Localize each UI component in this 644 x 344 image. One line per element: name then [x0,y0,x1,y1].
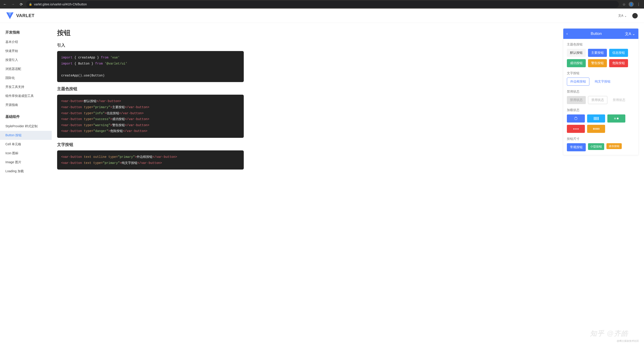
demo-button-success[interactable]: 成功按钮 [567,59,586,67]
demo-button-loading-dots[interactable] [567,125,585,133]
brand[interactable]: VARLET [6,12,35,19]
demo-button-small[interactable]: 小型按钮 [588,143,604,150]
group-label: 主题色按钮 [567,42,635,46]
lock-icon: 🔒 [29,3,32,6]
varlet-logo-icon [6,12,14,19]
preview-group-loading: 加载状态 [567,108,635,133]
bars-icon [594,117,598,120]
demo-button-loading-pulse[interactable] [607,114,625,122]
sidebar-item[interactable]: Icon 图标 [0,149,52,158]
demo-button-disabled-text: 禁用状态 [610,96,628,104]
chevron-down-icon: ⌄ [624,14,627,18]
sidebar-item[interactable]: Image 图片 [0,158,52,167]
profile-avatar[interactable]: 👤 [629,2,634,7]
bookmark-star-icon[interactable]: ☆ [622,2,626,6]
code-block-text: <var-button text outline type="primary">… [57,150,244,170]
preview-group-text: 文字按钮 外边框按钮 纯文字按钮 [567,71,635,86]
layout: 开发指南 基本介绍 快速开始 按需引入 浏览器适配 国际化 开发工具支持 组件库… [0,23,644,344]
github-icon[interactable] [632,13,638,18]
demo-button-normal[interactable]: 常规按钮 [567,143,586,151]
sidebar-item-button[interactable]: Button 按钮 [0,131,52,140]
app-header: VARLET 文A ⌄ [0,8,644,23]
spinner-icon [574,117,578,120]
section-text-title: 文字按钮 [57,142,244,147]
demo-button-loading-rect[interactable] [587,125,605,133]
translate-icon: 文A [625,31,631,36]
watermark-small: @稀土掘金技术社区 [617,339,639,343]
kebab-menu-icon[interactable]: ⋮ [637,2,640,6]
sidebar-item[interactable]: 浏览器适配 [0,64,52,74]
preview-back-icon[interactable]: ‹ [566,32,568,36]
translate-icon: 文A [618,14,623,18]
demo-button-warning[interactable]: 警告按钮 [588,59,607,67]
demo-button-loading-bars[interactable] [587,114,605,122]
sidebar-section-basic: 基础组件 [0,113,52,122]
sidebar-item[interactable]: 组件库快速成型工具 [0,92,52,100]
nav-forward-icon[interactable]: → [10,2,16,6]
rect-icon [593,128,599,130]
preview-pane: ‹ Button 文A ⌄ 主题色按钮 默认按钮 主要按钮 信息按钮 成功按钮 … [563,28,638,155]
preview-header: ‹ Button 文A ⌄ [563,28,638,39]
demo-button-primary[interactable]: 主要按钮 [588,49,607,57]
language-toggle[interactable]: 文A ⌄ [618,14,627,18]
demo-button-disabled-outline: 禁用状态 [588,96,607,104]
group-label: 加载状态 [567,108,635,112]
chrome-actions: ☆ 👤 ⋮ [620,2,642,7]
code-block-import: import { createApp } from 'vue' import {… [57,51,244,82]
watermark-large: 知乎 @齐皓 [590,329,628,338]
url-text: varlet.gitee.io/varlet-ui/#/zh-CN/button [34,2,87,6]
browser-chrome: ← → ⟳ 🔒 varlet.gitee.io/varlet-ui/#/zh-C… [0,0,644,8]
section-import-title: 引入 [57,42,244,48]
demo-button-outline[interactable]: 外边框按钮 [567,78,589,86]
preview-title: Button [591,32,602,36]
sidebar-item[interactable]: Cell 单元格 [0,140,52,149]
sidebar-section-guide: 开发指南 [0,28,52,38]
preview-group-theme: 主题色按钮 默认按钮 主要按钮 信息按钮 成功按钮 警告按钮 危险按钮 [567,42,635,67]
address-bar[interactable]: 🔒 varlet.gitee.io/varlet-ui/#/zh-CN/butt… [26,1,619,8]
sidebar-item[interactable]: StyleProvider 样式定制 [0,122,52,131]
code-block-theme: <var-button>默认按钮</var-button> <var-butto… [57,95,244,138]
chevron-down-icon: ⌄ [632,32,635,36]
sidebar-item[interactable]: Loading 加载 [0,167,52,176]
section-theme-title: 主题色按钮 [57,86,244,92]
nav-reload-icon[interactable]: ⟳ [18,2,24,6]
nav-back-icon[interactable]: ← [2,2,8,6]
demo-button-mini[interactable]: 迷你按钮 [606,143,622,149]
preview-group-size: 按钮尺寸 常规按钮 小型按钮 迷你按钮 [567,137,635,151]
demo-button-loading-spinner[interactable] [567,114,585,122]
preview-group-disabled: 禁用状态 禁用状态 禁用状态 禁用状态 [567,90,635,104]
demo-button-info[interactable]: 信息按钮 [609,49,628,57]
demo-button-danger[interactable]: 危险按钮 [609,59,628,67]
demo-button-disabled: 禁用状态 [567,96,586,104]
brand-name: VARLET [16,13,35,18]
preview-lang-toggle[interactable]: 文A ⌄ [625,31,635,36]
main-content: 按钮 引入 import { createApp } from 'vue' im… [52,23,644,344]
sidebar: 开发指南 基本介绍 快速开始 按需引入 浏览器适配 国际化 开发工具支持 组件库… [0,23,52,344]
demo-button-text[interactable]: 纯文字按钮 [592,78,614,86]
group-label: 文字按钮 [567,71,635,75]
group-label: 按钮尺寸 [567,137,635,141]
group-label: 禁用状态 [567,90,635,94]
sidebar-item[interactable]: 开发工具支持 [0,82,52,92]
sidebar-item[interactable]: 国际化 [0,74,52,82]
sidebar-item[interactable]: 按需引入 [0,56,52,64]
sidebar-item[interactable]: 开源指南 [0,100,52,110]
pulse-icon [614,118,618,120]
sidebar-item[interactable]: 基本介绍 [0,38,52,46]
dots-icon [574,128,578,130]
page-title: 按钮 [57,28,244,38]
header-actions: 文A ⌄ [618,13,638,18]
demo-button-default[interactable]: 默认按钮 [567,49,586,57]
sidebar-item[interactable]: 快速开始 [0,46,52,56]
